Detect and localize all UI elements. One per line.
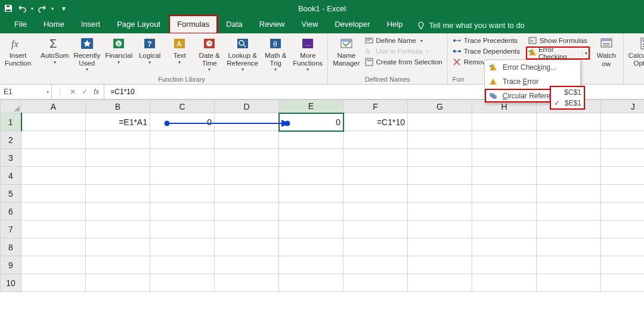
cell-E4[interactable] xyxy=(279,167,343,185)
cell-I2[interactable] xyxy=(537,131,601,149)
cell-C7[interactable] xyxy=(150,221,215,238)
show-formulas-button[interactable]: fx Show Formulas xyxy=(526,36,590,45)
cell-A9[interactable] xyxy=(21,256,86,274)
cell-A10[interactable] xyxy=(21,274,86,292)
menu-item-error-checking[interactable]: ! Error Checking... xyxy=(485,60,580,74)
trace-precedents-button[interactable]: Trace Precedents xyxy=(450,36,522,45)
cell-I7[interactable] xyxy=(537,221,601,238)
row-head-7[interactable]: 7 xyxy=(1,221,21,238)
cell-E9[interactable] xyxy=(279,256,343,274)
cell-A1[interactable] xyxy=(21,113,86,131)
create-from-selection-button[interactable]: Create from Selection xyxy=(363,57,445,67)
recently-used-button[interactable]: Recently Used ▾ xyxy=(71,35,103,73)
cell-E7[interactable] xyxy=(279,221,343,238)
cancel-button[interactable]: ✕ xyxy=(70,88,76,96)
cell-G5[interactable] xyxy=(408,185,472,203)
cell-B7[interactable] xyxy=(86,221,150,238)
cell-J6[interactable] xyxy=(601,203,645,221)
autosum-button[interactable]: Σ AutoSum ▾ xyxy=(38,35,71,65)
cell-D10[interactable] xyxy=(215,274,279,292)
redo-icon[interactable] xyxy=(37,4,48,13)
cell-G9[interactable] xyxy=(408,256,472,274)
logical-button[interactable]: ? Logical ▾ xyxy=(135,35,165,65)
cell-J5[interactable] xyxy=(601,185,645,203)
cell-H9[interactable] xyxy=(472,256,537,274)
lookup-reference-button[interactable]: Lookup & Reference ▾ xyxy=(224,35,261,73)
tab-data[interactable]: Data xyxy=(218,15,250,34)
cell-C6[interactable] xyxy=(150,203,215,221)
date-time-button[interactable]: Date & Time ▾ xyxy=(194,35,224,73)
cell-B8[interactable] xyxy=(86,238,150,256)
col-head-A[interactable]: A xyxy=(21,100,86,113)
cell-C8[interactable] xyxy=(150,238,215,256)
cell-E6[interactable] xyxy=(279,203,343,221)
cell-G3[interactable] xyxy=(408,149,472,167)
cell-E8[interactable] xyxy=(279,238,343,256)
cell-A3[interactable] xyxy=(21,149,86,167)
cell-G6[interactable] xyxy=(408,203,472,221)
col-head-C[interactable]: C xyxy=(150,100,215,113)
tab-review[interactable]: Review xyxy=(251,15,293,34)
tab-developer[interactable]: Developer xyxy=(326,15,378,34)
insert-function-button[interactable]: fx Insert Function xyxy=(2,35,33,67)
cell-E3[interactable] xyxy=(279,149,343,167)
cell-G2[interactable] xyxy=(408,131,472,149)
calculation-options-button[interactable]: Calculation Options ▾ xyxy=(626,35,644,73)
cell-H5[interactable] xyxy=(472,185,537,203)
cell-J4[interactable] xyxy=(601,167,645,185)
tab-insert[interactable]: Insert xyxy=(73,15,109,34)
cell-B9[interactable] xyxy=(86,256,150,274)
cell-H3[interactable] xyxy=(472,149,537,167)
cell-D1[interactable] xyxy=(215,113,279,131)
cell-F5[interactable] xyxy=(343,185,408,203)
cell-H6[interactable] xyxy=(472,203,537,221)
cell-I9[interactable] xyxy=(537,256,601,274)
cell-I10[interactable] xyxy=(537,274,601,292)
cell-I6[interactable] xyxy=(537,203,601,221)
cell-B4[interactable] xyxy=(86,167,150,185)
row-head-1[interactable]: 1 xyxy=(1,113,21,131)
cell-A2[interactable] xyxy=(21,131,86,149)
cell-B5[interactable] xyxy=(86,185,150,203)
cell-B3[interactable] xyxy=(86,149,150,167)
cell-I8[interactable] xyxy=(537,238,601,256)
cell-H8[interactable] xyxy=(472,238,537,256)
row-head-3[interactable]: 3 xyxy=(1,149,21,167)
cell-C1[interactable]: 0 xyxy=(150,113,215,131)
cell-F2[interactable] xyxy=(343,131,408,149)
cell-D6[interactable] xyxy=(215,203,279,221)
tab-view[interactable]: View xyxy=(293,15,326,34)
cell-H10[interactable] xyxy=(472,274,537,292)
undo-dropdown-icon[interactable]: ▾ xyxy=(31,6,33,11)
cell-J1[interactable] xyxy=(601,113,645,131)
cell-C10[interactable] xyxy=(150,274,215,292)
cell-G7[interactable] xyxy=(408,221,472,238)
tab-formulas[interactable]: Formulas xyxy=(169,15,218,34)
cell-C2[interactable] xyxy=(150,131,215,149)
cell-H2[interactable] xyxy=(472,131,537,149)
col-head-B[interactable]: B xyxy=(86,100,150,113)
cell-H1[interactable] xyxy=(472,113,537,131)
cell-G10[interactable] xyxy=(408,274,472,292)
save-icon[interactable] xyxy=(4,4,13,13)
qat-customize-icon[interactable]: ▼ xyxy=(61,5,67,12)
cell-I4[interactable] xyxy=(537,167,601,185)
name-box[interactable]: E1 ▾ xyxy=(0,85,52,99)
col-head-D[interactable]: D xyxy=(215,100,279,113)
cell-F10[interactable] xyxy=(343,274,408,292)
cell-F9[interactable] xyxy=(343,256,408,274)
tab-page-layout[interactable]: Page Layout xyxy=(109,15,169,34)
cell-C5[interactable] xyxy=(150,185,215,203)
cell-I5[interactable] xyxy=(537,185,601,203)
col-head-F[interactable]: F xyxy=(343,100,408,113)
cell-C4[interactable] xyxy=(150,167,215,185)
cell-F7[interactable] xyxy=(343,221,408,238)
cell-B10[interactable] xyxy=(86,274,150,292)
cell-D3[interactable] xyxy=(215,149,279,167)
spreadsheet-grid[interactable]: A B C D E F G H I J 1 =E1*A1 0 0 =C1*10 xyxy=(0,100,644,326)
cell-J2[interactable] xyxy=(601,131,645,149)
cell-A4[interactable] xyxy=(21,167,86,185)
tab-home[interactable]: Home xyxy=(35,15,73,34)
name-manager-button[interactable]: Name Manager xyxy=(330,35,362,67)
row-head-8[interactable]: 8 xyxy=(1,238,21,256)
